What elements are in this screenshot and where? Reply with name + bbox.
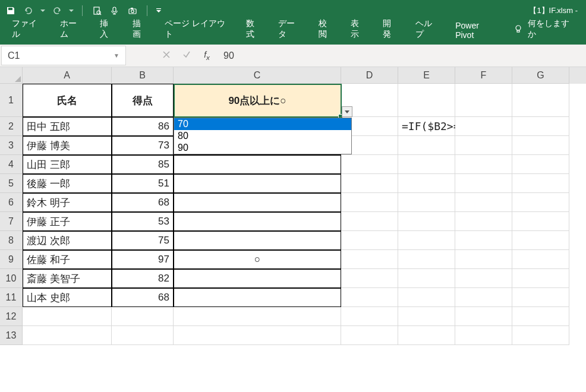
cell-a1[interactable]: 氏名 — [23, 84, 112, 117]
cell-g8[interactable] — [512, 231, 569, 250]
cell-f13[interactable] — [455, 326, 512, 345]
cell-g13[interactable] — [512, 326, 569, 345]
cell-b11[interactable]: 68 — [112, 288, 174, 307]
cell-a12[interactable] — [23, 307, 112, 326]
cell-e8[interactable] — [398, 231, 455, 250]
cell-b10[interactable]: 82 — [112, 269, 174, 288]
cell-g9[interactable] — [512, 250, 569, 269]
cell-a6[interactable]: 鈴木 明子 — [23, 193, 112, 212]
tab-draw[interactable]: 描画 — [125, 14, 155, 45]
cell-d4[interactable] — [341, 155, 398, 174]
cell-g3[interactable] — [512, 136, 569, 155]
cell-e10[interactable] — [398, 269, 455, 288]
cell-d11[interactable] — [341, 288, 398, 307]
cell-c9[interactable]: ○ — [174, 250, 341, 269]
cell-f9[interactable] — [455, 250, 512, 269]
cell-b9[interactable]: 97 — [112, 250, 174, 269]
tab-formulas[interactable]: 数式 — [239, 14, 269, 45]
row-header-12[interactable]: 12 — [0, 307, 23, 326]
cell-g6[interactable] — [512, 193, 569, 212]
cell-a3[interactable]: 伊藤 博美 — [23, 136, 112, 155]
cell-f3[interactable] — [455, 136, 512, 155]
col-header-f[interactable]: F — [455, 67, 512, 84]
cell-f11[interactable] — [455, 288, 512, 307]
cell-g7[interactable] — [512, 212, 569, 231]
cell-d5[interactable] — [341, 174, 398, 193]
cell-d8[interactable] — [341, 231, 398, 250]
cell-c8[interactable] — [174, 231, 341, 250]
cell-f4[interactable] — [455, 155, 512, 174]
col-header-d[interactable]: D — [341, 67, 398, 84]
dropdown-item-1[interactable]: 80 — [174, 130, 351, 142]
cell-c4[interactable] — [174, 155, 341, 174]
cell-f6[interactable] — [455, 193, 512, 212]
cell-a8[interactable]: 渡辺 次郎 — [23, 231, 112, 250]
row-header-3[interactable]: 3 — [0, 136, 23, 155]
cell-c13[interactable] — [174, 326, 341, 345]
cell-b13[interactable] — [112, 326, 174, 345]
cell-e9[interactable] — [398, 250, 455, 269]
cell-f10[interactable] — [455, 269, 512, 288]
row-header-9[interactable]: 9 — [0, 250, 23, 269]
name-box[interactable]: C1 ▼ — [1, 46, 126, 65]
cell-b7[interactable]: 53 — [112, 212, 174, 231]
tab-file[interactable]: ファイル — [5, 14, 51, 45]
tab-page-layout[interactable]: ページ レイアウト — [157, 14, 237, 45]
tab-developer[interactable]: 開発 — [376, 14, 405, 45]
cell-a9[interactable]: 佐藤 和子 — [23, 250, 112, 269]
cell-d13[interactable] — [341, 326, 398, 345]
cell-e13[interactable] — [398, 326, 455, 345]
row-header-7[interactable]: 7 — [0, 212, 23, 231]
data-validation-dropdown-button[interactable] — [342, 106, 352, 117]
cell-d7[interactable] — [341, 212, 398, 231]
row-header-1[interactable]: 1 — [0, 84, 23, 117]
tab-insert[interactable]: 挿入 — [93, 14, 122, 45]
row-header-5[interactable]: 5 — [0, 174, 23, 193]
spreadsheet-grid[interactable]: A B C D E F G 1 氏名 得点 90点以上に○ 2 田中 五郎 86 — [0, 67, 586, 345]
col-header-c[interactable]: C — [174, 67, 341, 84]
name-box-dropdown-icon[interactable]: ▼ — [114, 52, 119, 59]
cell-d10[interactable] — [341, 269, 398, 288]
tab-home[interactable]: ホーム — [53, 14, 91, 45]
cell-e1[interactable] — [398, 84, 455, 117]
row-header-4[interactable]: 4 — [0, 155, 23, 174]
dropdown-item-2[interactable]: 90 — [174, 142, 351, 154]
dropdown-item-0[interactable]: 70 — [174, 118, 351, 130]
cell-b3[interactable]: 73 — [112, 136, 174, 155]
formula-bar-input[interactable]: 90 — [218, 45, 586, 67]
cell-a11[interactable]: 山本 史郎 — [23, 288, 112, 307]
tab-data[interactable]: データ — [271, 14, 309, 45]
cell-a13[interactable] — [23, 326, 112, 345]
cell-f8[interactable] — [455, 231, 512, 250]
cell-c12[interactable] — [174, 307, 341, 326]
cell-e3[interactable] — [398, 136, 455, 155]
cell-a7[interactable]: 伊藤 正子 — [23, 212, 112, 231]
cell-e7[interactable] — [398, 212, 455, 231]
cell-d9[interactable] — [341, 250, 398, 269]
cell-g1[interactable] — [512, 84, 569, 117]
cell-c6[interactable] — [174, 193, 341, 212]
cell-d12[interactable] — [341, 307, 398, 326]
cell-b4[interactable]: 85 — [112, 155, 174, 174]
col-header-b[interactable]: B — [112, 67, 174, 84]
insert-function-icon[interactable]: fx — [201, 50, 213, 61]
cell-d6[interactable] — [341, 193, 398, 212]
cell-a4[interactable]: 山田 三郎 — [23, 155, 112, 174]
row-header-8[interactable]: 8 — [0, 231, 23, 250]
tab-power-pivot[interactable]: Power Pivot — [448, 16, 504, 45]
tell-me-box[interactable]: 何をしますか — [506, 14, 581, 45]
cell-c1[interactable]: 90点以上に○ — [174, 84, 341, 117]
cell-c11[interactable] — [174, 288, 341, 307]
cell-e4[interactable] — [398, 155, 455, 174]
cell-e12[interactable] — [398, 307, 455, 326]
cell-f5[interactable] — [455, 174, 512, 193]
enter-icon[interactable] — [181, 50, 193, 61]
row-header-13[interactable]: 13 — [0, 326, 23, 345]
cell-a10[interactable]: 斎藤 美智子 — [23, 269, 112, 288]
row-header-6[interactable]: 6 — [0, 193, 23, 212]
cell-b5[interactable]: 51 — [112, 174, 174, 193]
cell-b8[interactable]: 75 — [112, 231, 174, 250]
cell-f7[interactable] — [455, 212, 512, 231]
cell-c10[interactable] — [174, 269, 341, 288]
tab-view[interactable]: 表示 — [344, 14, 373, 45]
